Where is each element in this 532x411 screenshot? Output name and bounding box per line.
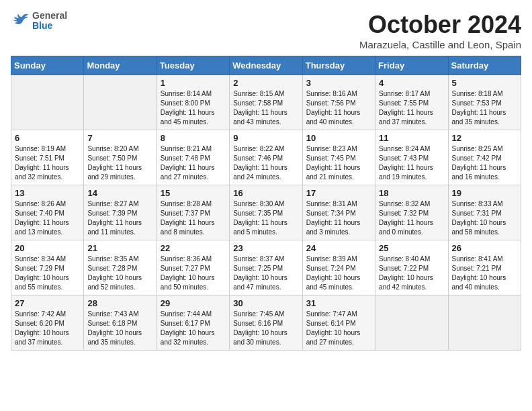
calendar-cell: 8Sunrise: 8:21 AM Sunset: 7:48 PM Daylig… (157, 130, 229, 185)
calendar-cell: 3Sunrise: 8:16 AM Sunset: 7:56 PM Daylig… (302, 75, 375, 130)
day-number: 27 (15, 298, 80, 308)
weekday-header-saturday: Saturday (448, 56, 521, 75)
day-number: 25 (379, 243, 444, 253)
calendar-cell: 29Sunrise: 7:44 AM Sunset: 6:17 PM Dayli… (157, 295, 229, 351)
day-number: 20 (15, 243, 80, 253)
day-number: 19 (452, 188, 517, 198)
day-number: 28 (87, 298, 152, 308)
day-info: Sunrise: 8:32 AM Sunset: 7:32 PM Dayligh… (379, 199, 444, 237)
calendar-cell: 2Sunrise: 8:15 AM Sunset: 7:58 PM Daylig… (230, 75, 302, 130)
location-subtitle: Marazuela, Castille and Leon, Spain (359, 39, 521, 50)
calendar-cell: 25Sunrise: 8:40 AM Sunset: 7:22 PM Dayli… (375, 240, 448, 295)
calendar-cell (448, 295, 521, 351)
calendar-table: SundayMondayTuesdayWednesdayThursdayFrid… (11, 56, 521, 351)
day-info: Sunrise: 8:16 AM Sunset: 7:56 PM Dayligh… (306, 89, 371, 127)
day-info: Sunrise: 8:34 AM Sunset: 7:29 PM Dayligh… (15, 255, 80, 292)
calendar-cell: 26Sunrise: 8:41 AM Sunset: 7:21 PM Dayli… (448, 240, 521, 295)
day-info: Sunrise: 8:36 AM Sunset: 7:27 PM Dayligh… (161, 255, 226, 292)
day-info: Sunrise: 8:15 AM Sunset: 7:58 PM Dayligh… (233, 89, 298, 127)
day-info: Sunrise: 7:42 AM Sunset: 6:20 PM Dayligh… (15, 310, 80, 347)
day-info: Sunrise: 8:19 AM Sunset: 7:51 PM Dayligh… (15, 144, 80, 182)
calendar-cell: 18Sunrise: 8:32 AM Sunset: 7:32 PM Dayli… (375, 185, 448, 240)
calendar-cell: 23Sunrise: 8:37 AM Sunset: 7:25 PM Dayli… (230, 240, 302, 295)
calendar-cell: 13Sunrise: 8:26 AM Sunset: 7:40 PM Dayli… (11, 185, 84, 240)
calendar-cell: 10Sunrise: 8:23 AM Sunset: 7:45 PM Dayli… (302, 130, 375, 185)
calendar-cell: 31Sunrise: 7:47 AM Sunset: 6:14 PM Dayli… (302, 295, 375, 351)
logo: General Blue (11, 11, 67, 32)
weekday-row: SundayMondayTuesdayWednesdayThursdayFrid… (11, 56, 521, 75)
day-number: 2 (233, 78, 298, 88)
day-info: Sunrise: 8:23 AM Sunset: 7:45 PM Dayligh… (306, 144, 371, 182)
day-number: 23 (233, 243, 298, 253)
day-info: Sunrise: 8:41 AM Sunset: 7:21 PM Dayligh… (452, 255, 517, 292)
day-info: Sunrise: 8:28 AM Sunset: 7:37 PM Dayligh… (161, 199, 226, 237)
weekday-header-sunday: Sunday (11, 56, 84, 75)
day-info: Sunrise: 8:35 AM Sunset: 7:28 PM Dayligh… (87, 255, 152, 292)
calendar-cell: 14Sunrise: 8:27 AM Sunset: 7:39 PM Dayli… (84, 185, 157, 240)
day-info: Sunrise: 8:27 AM Sunset: 7:39 PM Dayligh… (87, 199, 152, 237)
day-number: 8 (161, 133, 226, 143)
calendar-week-2: 6Sunrise: 8:19 AM Sunset: 7:51 PM Daylig… (11, 130, 521, 185)
logo-general-text: General (32, 11, 67, 21)
day-info: Sunrise: 8:33 AM Sunset: 7:31 PM Dayligh… (452, 199, 517, 237)
calendar-week-5: 27Sunrise: 7:42 AM Sunset: 6:20 PM Dayli… (11, 295, 521, 351)
day-number: 7 (87, 133, 152, 143)
day-number: 26 (452, 243, 517, 253)
calendar-cell: 20Sunrise: 8:34 AM Sunset: 7:29 PM Dayli… (11, 240, 84, 295)
calendar-body: 1Sunrise: 8:14 AM Sunset: 8:00 PM Daylig… (11, 75, 521, 351)
calendar-cell: 22Sunrise: 8:36 AM Sunset: 7:27 PM Dayli… (157, 240, 229, 295)
day-number: 11 (379, 133, 444, 143)
day-number: 3 (306, 78, 371, 88)
calendar-header: SundayMondayTuesdayWednesdayThursdayFrid… (11, 56, 521, 75)
calendar-week-1: 1Sunrise: 8:14 AM Sunset: 8:00 PM Daylig… (11, 75, 521, 130)
calendar-cell: 15Sunrise: 8:28 AM Sunset: 7:37 PM Dayli… (157, 185, 229, 240)
weekday-header-wednesday: Wednesday (230, 56, 302, 75)
calendar-cell (11, 75, 84, 130)
calendar-cell (84, 75, 157, 130)
day-info: Sunrise: 8:17 AM Sunset: 7:55 PM Dayligh… (379, 89, 444, 127)
logo-bird-icon (11, 13, 30, 29)
day-info: Sunrise: 8:22 AM Sunset: 7:46 PM Dayligh… (233, 144, 298, 182)
logo-blue-text: Blue (32, 21, 67, 31)
day-info: Sunrise: 8:24 AM Sunset: 7:43 PM Dayligh… (379, 144, 444, 182)
day-info: Sunrise: 7:43 AM Sunset: 6:18 PM Dayligh… (87, 310, 152, 347)
day-info: Sunrise: 8:37 AM Sunset: 7:25 PM Dayligh… (233, 255, 298, 292)
calendar-cell: 19Sunrise: 8:33 AM Sunset: 7:31 PM Dayli… (448, 185, 521, 240)
day-number: 15 (161, 188, 226, 198)
calendar-cell: 12Sunrise: 8:25 AM Sunset: 7:42 PM Dayli… (448, 130, 521, 185)
calendar-cell: 27Sunrise: 7:42 AM Sunset: 6:20 PM Dayli… (11, 295, 84, 351)
day-number: 13 (15, 188, 80, 198)
day-info: Sunrise: 8:40 AM Sunset: 7:22 PM Dayligh… (379, 255, 444, 292)
title-area: October 2024 Marazuela, Castille and Leo… (359, 11, 521, 50)
day-number: 24 (306, 243, 371, 253)
calendar-cell: 28Sunrise: 7:43 AM Sunset: 6:18 PM Dayli… (84, 295, 157, 351)
day-number: 30 (233, 298, 298, 308)
day-number: 16 (233, 188, 298, 198)
day-info: Sunrise: 8:20 AM Sunset: 7:50 PM Dayligh… (87, 144, 152, 182)
weekday-header-monday: Monday (84, 56, 157, 75)
day-info: Sunrise: 8:39 AM Sunset: 7:24 PM Dayligh… (306, 255, 371, 292)
calendar-cell: 16Sunrise: 8:30 AM Sunset: 7:35 PM Dayli… (230, 185, 302, 240)
weekday-header-friday: Friday (375, 56, 448, 75)
calendar-cell: 17Sunrise: 8:31 AM Sunset: 7:34 PM Dayli… (302, 185, 375, 240)
calendar-cell: 7Sunrise: 8:20 AM Sunset: 7:50 PM Daylig… (84, 130, 157, 185)
day-info: Sunrise: 8:25 AM Sunset: 7:42 PM Dayligh… (452, 144, 517, 182)
day-info: Sunrise: 8:14 AM Sunset: 8:00 PM Dayligh… (161, 89, 226, 127)
day-number: 17 (306, 188, 371, 198)
calendar-cell: 21Sunrise: 8:35 AM Sunset: 7:28 PM Dayli… (84, 240, 157, 295)
day-info: Sunrise: 8:18 AM Sunset: 7:53 PM Dayligh… (452, 89, 517, 127)
header: General Blue October 2024 Marazuela, Cas… (11, 11, 521, 50)
day-number: 29 (161, 298, 226, 308)
calendar-cell: 6Sunrise: 8:19 AM Sunset: 7:51 PM Daylig… (11, 130, 84, 185)
day-info: Sunrise: 7:47 AM Sunset: 6:14 PM Dayligh… (306, 310, 371, 347)
calendar-cell: 9Sunrise: 8:22 AM Sunset: 7:46 PM Daylig… (230, 130, 302, 185)
day-number: 9 (233, 133, 298, 143)
day-number: 21 (87, 243, 152, 253)
day-number: 18 (379, 188, 444, 198)
day-info: Sunrise: 8:31 AM Sunset: 7:34 PM Dayligh… (306, 199, 371, 237)
day-number: 22 (161, 243, 226, 253)
day-number: 14 (87, 188, 152, 198)
calendar-cell: 24Sunrise: 8:39 AM Sunset: 7:24 PM Dayli… (302, 240, 375, 295)
day-number: 5 (452, 78, 517, 88)
day-number: 31 (306, 298, 371, 308)
